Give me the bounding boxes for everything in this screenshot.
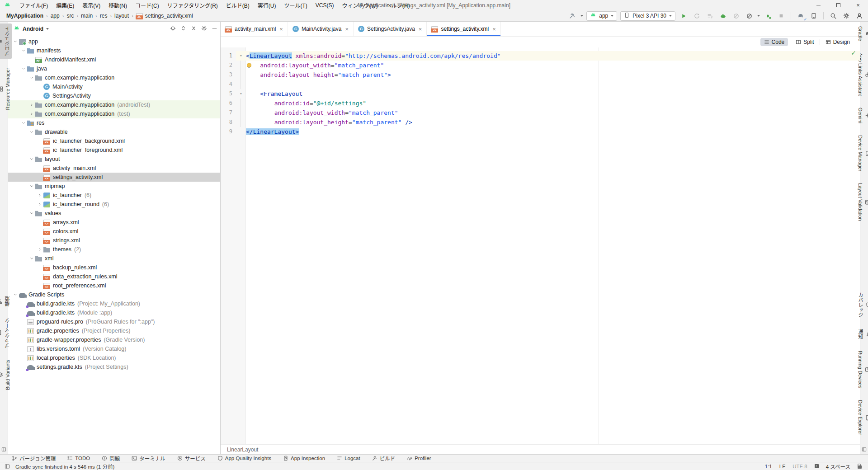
run-with-coverage-icon[interactable]: [731, 11, 741, 21]
menu-c[interactable]: コード(C): [131, 0, 163, 10]
tree-row-data-extraction-rules-xml[interactable]: data_extraction_rules.xml: [8, 272, 220, 281]
tree-row-build-gradle-kts[interactable]: build.gradle.kts(Module :app): [8, 308, 220, 317]
tree-row-com-example-myapplication[interactable]: com.example.myapplication(androidTest): [8, 100, 220, 109]
tool-window-toggle-icon[interactable]: [5, 464, 10, 469]
chevron-right-icon[interactable]: [28, 112, 35, 116]
code-line-6[interactable]: 6 android:id="@+id/settings": [221, 99, 860, 108]
breadcrumb-main[interactable]: main: [79, 12, 94, 19]
tree-row-proguard-rules-pro[interactable]: proguard-rules.pro(ProGuard Rules for ":…: [8, 317, 220, 326]
file-encoding[interactable]: UTF-8: [793, 464, 807, 469]
tree-row-values[interactable]: values: [8, 209, 220, 218]
build-dropdown-icon[interactable]: [580, 15, 583, 17]
tree-row-xml[interactable]: xml: [8, 254, 220, 263]
tree-row-androidmanifest-xml[interactable]: AndroidManifest.xml: [8, 55, 220, 64]
gradle-sync-button[interactable]: ✓: [796, 11, 806, 21]
indent-setting[interactable]: 4 スペース: [826, 463, 850, 470]
editor-tab-settingsactivity-java[interactable]: SettingsActivity.java×: [354, 22, 427, 36]
profile-avatar-button[interactable]: [854, 11, 864, 21]
tool-window-button-resource-manager[interactable]: Resource Manager: [0, 65, 11, 113]
tool-window-button-project[interactable]: プロジェクト: [0, 24, 12, 59]
tree-row-local-properties[interactable]: local.properties(SDK Location): [8, 353, 220, 362]
tree-row-ic-launcher-background-xml[interactable]: ic_launcher_background.xml: [8, 136, 220, 146]
tree-row-app[interactable]: app: [8, 37, 220, 46]
tree-row-activity-main-xml[interactable]: activity_main.xml: [8, 164, 220, 173]
locate-file-icon[interactable]: [170, 25, 176, 33]
tool-window-button-logcat[interactable]: Logcat: [337, 456, 360, 461]
stripe-layout-toggle-icon[interactable]: [1, 447, 6, 453]
tree-row-themes[interactable]: themes(2): [8, 245, 220, 254]
tool-window-button-branch[interactable]: バージョン管理: [12, 455, 56, 462]
tree-row-com-example-myapplication[interactable]: com.example.myapplication(test): [8, 109, 220, 118]
menu-b[interactable]: ビルド(B): [222, 0, 254, 10]
tool-window-button-profiler[interactable]: Profiler: [407, 456, 431, 461]
tree-row-backup-rules-xml[interactable]: backup_rules.xml: [8, 263, 220, 272]
chevron-down-icon[interactable]: [28, 75, 35, 80]
code-editor[interactable]: 1▾<LinearLayout xmlns:android="http://sc…: [221, 47, 860, 444]
breadcrumb-app[interactable]: app: [49, 12, 61, 19]
tree-row-arrays-xml[interactable]: arrays.xml: [8, 218, 220, 227]
code-line-1[interactable]: 1▾<LinearLayout xmlns:android="http://sc…: [221, 51, 860, 61]
chevron-down-icon[interactable]: [28, 211, 35, 216]
code-line-9[interactable]: 9</LinearLayout>: [221, 127, 860, 136]
tree-row-ic-launcher[interactable]: ic_launcher(6): [8, 191, 220, 200]
menu-u[interactable]: 実行(U): [254, 0, 280, 10]
tool-window-button-terminal[interactable]: ターミナル: [132, 455, 165, 462]
run-configuration-select[interactable]: app: [586, 11, 617, 21]
editor-mode-split[interactable]: Split: [792, 38, 817, 46]
menu-n[interactable]: 移動(N): [104, 0, 131, 10]
menu-e[interactable]: 編集(E): [52, 0, 78, 10]
chevron-right-icon[interactable]: [36, 202, 43, 207]
tool-window-button-hammer[interactable]: ビルド: [372, 455, 396, 462]
tool-window-button-shield[interactable]: App Quality Insights: [217, 456, 271, 461]
tree-row-manifests[interactable]: manifests: [8, 46, 220, 55]
stripe-layout-toggle-icon[interactable]: [862, 447, 867, 453]
fold-marker-icon[interactable]: ▾: [238, 51, 244, 61]
close-tab-icon[interactable]: ×: [345, 26, 349, 33]
tree-row-settingsactivity[interactable]: SettingsActivity: [8, 91, 220, 100]
tool-window-button-gradle[interactable]: Gradle: [857, 24, 868, 44]
close-tab-icon[interactable]: ×: [279, 26, 283, 33]
tree-row-drawable[interactable]: drawable: [8, 127, 220, 136]
tree-row-gradle-wrapper-properties[interactable]: gradle-wrapper.properties(Gradle Version…: [8, 335, 220, 344]
chevron-down-icon[interactable]: [20, 48, 27, 53]
search-everywhere-button[interactable]: [828, 11, 838, 21]
intention-bulb-icon[interactable]: [247, 63, 251, 67]
menu-r[interactable]: リファクタリング(R): [163, 0, 222, 10]
chevron-right-icon[interactable]: [28, 103, 35, 107]
tool-window-button-inspect[interactable]: App Inspection: [283, 456, 325, 461]
tree-row-gradle-properties[interactable]: gradle.properties(Project Properties): [8, 326, 220, 335]
code-line-2[interactable]: 2 android:layout_width="match_parent": [221, 61, 860, 70]
code-line-3[interactable]: 3 android:layout_height="match_parent">: [221, 70, 860, 80]
chevron-down-icon[interactable]: [12, 39, 19, 44]
tree-row-colors-xml[interactable]: colors.xml: [8, 227, 220, 236]
code-line-8[interactable]: 8 android:layout_height="match_parent" /…: [221, 118, 860, 127]
menu-vcss[interactable]: VCS(S): [311, 0, 338, 10]
panel-options-gear-icon[interactable]: [201, 25, 207, 33]
code-line-5[interactable]: 5▾ <FrameLayout: [221, 89, 860, 99]
tool-window-button-problems[interactable]: 問題: [102, 455, 120, 462]
apply-code-changes-icon[interactable]: [705, 11, 715, 21]
lock-icon[interactable]: [858, 465, 862, 469]
tree-row-settings-gradle-kts[interactable]: settings.gradle.kts(Project Settings): [8, 362, 220, 371]
tool-window-button-build-variants[interactable]: Build Variants: [0, 357, 11, 393]
minimize-button[interactable]: [808, 0, 828, 10]
device-manager-button[interactable]: [809, 11, 819, 21]
chevron-down-icon[interactable]: [28, 157, 35, 161]
editor-tab-settings-activity-xml[interactable]: settings_activity.xml×: [427, 22, 500, 36]
hide-panel-icon[interactable]: [212, 25, 217, 33]
breadcrumb-layout[interactable]: layout: [113, 12, 131, 19]
editor-tab-mainactivity-java[interactable]: MainActivity.java×: [288, 22, 354, 36]
tree-row-ic-launcher-round[interactable]: ic_launcher_round(6): [8, 200, 220, 209]
expand-collapse-icon[interactable]: [180, 25, 186, 33]
breadcrumb-myapplication[interactable]: MyApplication: [5, 12, 45, 19]
tool-window-button-services[interactable]: サービス: [177, 455, 206, 462]
tree-row-mipmap[interactable]: mipmap: [8, 182, 220, 191]
tree-row-layout[interactable]: layout: [8, 155, 220, 164]
code-line-4[interactable]: 4: [221, 80, 860, 89]
tree-row-gradle-scripts[interactable]: Gradle Scripts: [8, 290, 220, 299]
tool-window-button-bookmark[interactable]: ブックマーク: [0, 315, 12, 351]
attach-debugger-icon[interactable]: [763, 11, 773, 21]
close-tab-icon[interactable]: ×: [492, 26, 496, 33]
close-tab-icon[interactable]: ×: [419, 26, 422, 33]
project-view-selector[interactable]: Android: [23, 26, 49, 32]
